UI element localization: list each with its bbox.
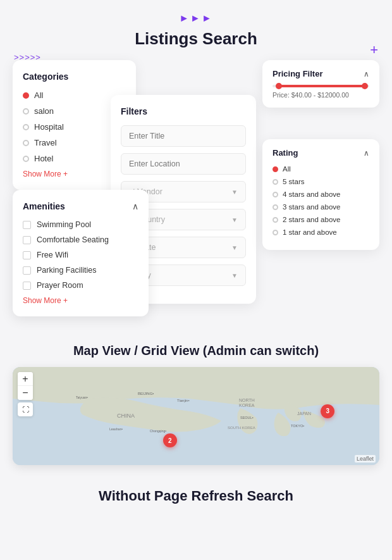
- pricing-range-fill: [278, 85, 365, 87]
- rating-dot-all: [273, 166, 278, 172]
- pricing-card: Pricing Filter ∧ Price: $40.00 - $12000.…: [262, 60, 379, 108]
- amenity-comfortable-seating[interactable]: Comfortable Seating: [23, 235, 138, 244]
- title-input[interactable]: [121, 125, 246, 147]
- checkbox-comfortable-seating[interactable]: [23, 236, 31, 244]
- svg-text:Taiyuan•: Taiyuan•: [76, 395, 88, 399]
- pricing-dot-left[interactable]: [276, 83, 282, 89]
- main-title: Listings Search: [0, 29, 392, 49]
- rating-item-4stars[interactable]: 4 stars and above: [273, 190, 369, 198]
- rating-card: Rating ∧ All 5 stars 4 stars and above 3…: [262, 139, 379, 250]
- rating-dot-4stars: [273, 192, 278, 197]
- svg-text:SOUTH KOREA: SOUTH KOREA: [228, 426, 255, 430]
- city-arrow-icon: ▼: [231, 272, 238, 279]
- radio-salon: [23, 108, 29, 115]
- rating-item-5stars[interactable]: 5 stars: [273, 178, 369, 185]
- svg-text:Tianjin•: Tianjin•: [177, 399, 190, 402]
- map-attribution: Leaflet: [355, 455, 376, 463]
- checkbox-swimming-pool[interactable]: [23, 221, 31, 229]
- svg-text:SEOUL•: SEOUL•: [240, 416, 254, 420]
- filters-title: Filters: [121, 106, 246, 116]
- chevron-up-icon[interactable]: ∧: [132, 201, 138, 211]
- bottom-title: Without Page Refresh Search: [13, 488, 379, 504]
- rating-dot-1star: [273, 230, 278, 235]
- rating-header: Rating ∧: [273, 148, 369, 158]
- rating-chevron-icon[interactable]: ∧: [364, 149, 369, 158]
- page-wrapper: ►►► + >>>>> Listings Search Categories A…: [0, 0, 392, 536]
- expand-icon: ⛶: [22, 406, 29, 413]
- checkbox-free-wifi[interactable]: [23, 251, 31, 259]
- amenities-show-more[interactable]: Show More +: [23, 296, 138, 305]
- pricing-title: Pricing Filter: [273, 69, 322, 78]
- svg-text:TOKYO•: TOKYO•: [291, 424, 304, 428]
- radio-hospital: [23, 124, 29, 130]
- categories-title: Categories: [23, 72, 126, 82]
- rating-item-1star[interactable]: 1 star and above: [273, 228, 369, 236]
- top-arrows-decoration: ►►►: [0, 0, 392, 24]
- zoom-out-button[interactable]: −: [18, 386, 33, 400]
- pricing-chevron-icon[interactable]: ∧: [364, 70, 369, 78]
- map-controls: + −: [18, 372, 33, 400]
- amenity-swimming-pool[interactable]: Swimming Pool: [23, 220, 138, 229]
- map-pin-3[interactable]: 3: [321, 404, 334, 418]
- radio-all: [23, 92, 29, 99]
- rating-title: Rating: [273, 148, 298, 158]
- amenity-prayer-room[interactable]: Prayer Room: [23, 281, 138, 290]
- rating-dot-5stars: [273, 179, 278, 185]
- plus-icon[interactable]: +: [370, 43, 378, 57]
- pricing-header: Pricing Filter ∧: [273, 69, 369, 78]
- pricing-dot-right[interactable]: [362, 83, 368, 89]
- svg-text:Chongqing•: Chongqing•: [150, 429, 166, 433]
- radio-travel: [23, 140, 29, 146]
- card-area: Categories All salon Hospital Travel Hot…: [13, 60, 379, 326]
- country-arrow-icon: ▼: [231, 216, 238, 223]
- svg-text:KOREA: KOREA: [239, 403, 255, 408]
- map-container[interactable]: NORTH KOREA SOUTH KOREA CHINA JAPAN BEIJ…: [13, 367, 379, 465]
- pricing-range-bar[interactable]: [273, 85, 369, 87]
- radio-hotel: [23, 156, 29, 162]
- rating-dot-3stars: [273, 204, 278, 210]
- pricing-label: Price: $40.00 - $12000.00: [273, 91, 369, 99]
- amenities-title: Amenities: [23, 201, 65, 211]
- state-arrow-icon: ▼: [231, 244, 238, 251]
- map-expand-button[interactable]: ⛶: [18, 402, 33, 416]
- rating-item-all[interactable]: All: [273, 165, 369, 173]
- svg-text:BEIJING•: BEIJING•: [138, 392, 154, 395]
- amenities-header: Amenities ∧: [23, 201, 138, 211]
- category-item-all[interactable]: All: [23, 90, 126, 100]
- svg-text:CHINA: CHINA: [117, 413, 135, 419]
- zoom-in-button[interactable]: +: [18, 372, 33, 386]
- amenity-parking[interactable]: Parking Facilities: [23, 266, 138, 275]
- rating-item-3stars[interactable]: 3 stars and above: [273, 203, 369, 211]
- section-subtitle: Map View / Grid View (Admin can switch): [13, 344, 379, 358]
- svg-text:JAPAN: JAPAN: [297, 411, 311, 416]
- checkbox-prayer-room[interactable]: [23, 282, 31, 290]
- rating-dot-2stars: [273, 217, 278, 223]
- amenities-card: Amenities ∧ Swimming Pool Comfortable Se…: [13, 190, 149, 316]
- svg-text:Leashan•: Leashan•: [109, 427, 123, 431]
- checkbox-parking[interactable]: [23, 266, 31, 275]
- amenity-free-wifi[interactable]: Free Wifi: [23, 251, 138, 259]
- rating-item-2stars[interactable]: 2 stars and above: [273, 216, 369, 223]
- svg-text:NORTH: NORTH: [239, 398, 255, 402]
- vendor-arrow-icon: ▼: [231, 189, 238, 196]
- location-input[interactable]: [121, 153, 246, 175]
